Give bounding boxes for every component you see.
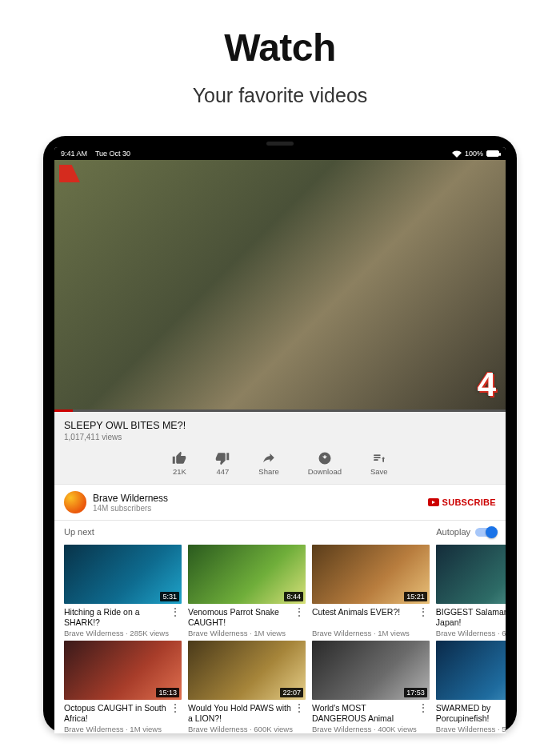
tablet-frame: 9:41 AM Tue Oct 30 100% 4 SLEEPY OWL BIT… [43, 136, 517, 733]
video-thumbnail[interactable]: 8:44 [188, 545, 306, 604]
channel-avatar[interactable] [64, 491, 86, 513]
video-card-title: SWARMED by Porcupinefish! [436, 703, 506, 724]
channel-row[interactable]: Brave Wilderness 14M subscribers SUBSCRI… [54, 485, 506, 521]
save-label: Save [370, 467, 388, 476]
share-icon [262, 451, 276, 465]
video-card-meta: Brave Wilderness · 1M views [188, 629, 293, 637]
video-thumbnail[interactable]: 22:07 [188, 641, 306, 700]
thumbs-up-icon [172, 451, 186, 465]
video-card-title: Would You Hold PAWS with a LION?! [188, 703, 293, 724]
tablet-screen: 9:41 AM Tue Oct 30 100% 4 SLEEPY OWL BIT… [54, 147, 506, 733]
more-options-button[interactable]: ⋮ [417, 607, 430, 617]
video-card-meta: Brave Wilderness · 6M views [436, 629, 506, 637]
battery-percent: 100% [465, 150, 483, 158]
video-card: 8:44Venomous Parrot Snake CAUGHT!Brave W… [188, 545, 306, 637]
share-label: Share [258, 467, 278, 476]
subscribe-label: SUBSCRIBE [442, 497, 497, 507]
youtube-icon [428, 498, 439, 506]
autoplay-toggle[interactable] [475, 528, 496, 537]
thumbs-down-icon [215, 451, 230, 465]
up-next-row: Up next Autoplay [54, 521, 506, 541]
video-duration: 15:21 [404, 592, 427, 601]
channel-name: Brave Wilderness [93, 493, 168, 504]
video-card-meta: Brave Wilderness · 1M views [64, 725, 169, 733]
more-options-button[interactable]: ⋮ [169, 607, 182, 617]
like-count: 21K [173, 467, 186, 476]
video-card-meta: Brave Wilderness · 400K views [312, 725, 417, 733]
dislike-button[interactable]: 447 [215, 451, 230, 476]
video-progress-bar[interactable] [54, 409, 506, 412]
video-thumbnail[interactable]: 15:13 [64, 641, 182, 700]
download-icon [318, 451, 332, 465]
video-card: 9:30SWARMED by Porcupinefish!Brave Wilde… [436, 641, 506, 733]
video-title: SLEEPY OWL BITES ME?! [64, 420, 496, 431]
channel-subs: 14M subscribers [93, 504, 168, 513]
video-card-meta: Brave Wilderness · 500K views [436, 725, 506, 733]
more-options-button[interactable]: ⋮ [417, 703, 430, 713]
suggestion-grid: 5:31Hitching a Ride on a SHARK!?Brave Wi… [54, 541, 506, 733]
video-card-title: Octopus CAUGHT in South Africa! [64, 703, 169, 724]
video-card-meta: Brave Wilderness · 600K views [188, 725, 293, 733]
share-button[interactable]: Share [258, 451, 278, 476]
video-thumbnail[interactable]: 19:59 [436, 545, 506, 604]
status-bar: 9:41 AM Tue Oct 30 100% [54, 147, 506, 160]
up-next-label: Up next [64, 527, 94, 537]
status-date: Tue Oct 30 [95, 150, 130, 158]
video-thumbnail[interactable]: 9:30 [436, 641, 506, 700]
wifi-icon [452, 150, 462, 158]
video-card: 19:59BIGGEST Salamander in Japan!Brave W… [436, 545, 506, 637]
video-metadata: SLEEPY OWL BITES ME?! 1,017,411 views 21… [54, 412, 506, 485]
video-card-title: Hitching a Ride on a SHARK!? [64, 607, 169, 628]
video-card-title: Venomous Parrot Snake CAUGHT! [188, 607, 293, 628]
status-left: 9:41 AM Tue Oct 30 [61, 150, 130, 158]
video-thumbnail[interactable]: 15:21 [312, 545, 430, 604]
video-views: 1,017,411 views [64, 433, 496, 441]
autoplay-control: Autoplay [436, 527, 496, 537]
status-time: 9:41 AM [61, 150, 87, 158]
hero: Watch Your favorite videos [0, 0, 560, 107]
video-duration: 5:31 [160, 592, 179, 601]
video-card: 15:21Cutest Animals EVER?!Brave Wilderne… [312, 545, 430, 637]
more-options-button[interactable]: ⋮ [293, 607, 306, 617]
video-thumbnail[interactable]: 17:53 [312, 641, 430, 700]
video-card: 5:31Hitching a Ride on a SHARK!?Brave Wi… [64, 545, 182, 637]
save-icon [372, 451, 386, 465]
video-duration: 15:13 [156, 688, 179, 697]
download-label: Download [308, 467, 342, 476]
video-card-title: BIGGEST Salamander in Japan! [436, 607, 506, 628]
hero-title: Watch [0, 26, 560, 70]
video-duration: 8:44 [284, 592, 303, 601]
save-button[interactable]: Save [370, 451, 388, 476]
subscribe-button[interactable]: SUBSCRIBE [428, 497, 497, 507]
video-card: 22:07Would You Hold PAWS with a LION?!Br… [188, 641, 306, 733]
video-player[interactable]: 4 [54, 160, 506, 412]
hero-subtitle: Your favorite videos [0, 84, 560, 107]
action-bar: 21K 447 Share Download Save [54, 446, 506, 484]
video-thumbnail[interactable]: 5:31 [64, 545, 182, 604]
status-right: 100% [452, 150, 499, 158]
video-overlay-number: 4 [478, 366, 496, 404]
video-card-title: World's MOST DANGEROUS Animal Catches! [312, 703, 417, 724]
video-card-meta: Brave Wilderness · 285K views [64, 629, 169, 637]
video-duration: 17:53 [404, 688, 427, 697]
more-options-button[interactable]: ⋮ [293, 703, 306, 713]
channel-watermark-icon [59, 165, 80, 182]
video-card-meta: Brave Wilderness · 1M views [312, 629, 417, 637]
video-card-title: Cutest Animals EVER?! [312, 607, 417, 628]
download-button[interactable]: Download [308, 451, 342, 476]
video-card: 17:53World's MOST DANGEROUS Animal Catch… [312, 641, 430, 733]
battery-icon [486, 150, 499, 157]
video-duration: 22:07 [280, 688, 303, 697]
video-card: 15:13Octopus CAUGHT in South Africa!Brav… [64, 641, 182, 733]
like-button[interactable]: 21K [172, 451, 186, 476]
more-options-button[interactable]: ⋮ [169, 703, 182, 713]
autoplay-label: Autoplay [436, 527, 470, 537]
dislike-count: 447 [216, 467, 229, 476]
